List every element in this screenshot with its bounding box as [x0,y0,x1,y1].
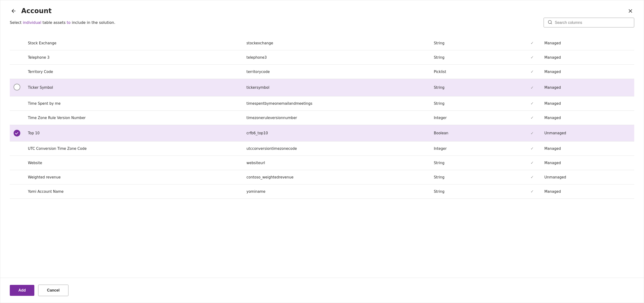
table-row[interactable]: Territory CodeterritorycodePicklist✓Mana… [10,65,634,79]
table-container: Stock ExchangestockexchangeString✓Manage… [0,31,644,278]
column-display-name: Stock Exchange [24,36,242,50]
column-type: Integer [430,111,524,125]
column-type: String [430,96,524,111]
checkbox-cell[interactable] [10,65,24,79]
column-checkmark: ✓ [524,50,540,65]
table-row[interactable]: Ticker SymboltickersymbolString✓Managed [10,79,634,96]
search-box[interactable] [544,18,634,28]
column-checkmark: ✓ [524,96,540,111]
column-type: Boolean [430,125,524,142]
checkbox-cell[interactable] [10,125,24,142]
column-managed: Managed [540,142,634,156]
close-button[interactable] [626,7,634,15]
highlight-to: to [67,20,70,25]
column-checkmark: ✓ [524,170,540,184]
column-display-name: UTC Conversion Time Zone Code [24,142,242,156]
dialog: Account Select individual table assets t… [0,0,644,303]
column-checkmark: ✓ [524,111,540,125]
checkbox-cell[interactable] [10,156,24,170]
column-logical-name: timespentbymeonemailandmeetings [242,96,430,111]
column-managed: Managed [540,96,634,111]
row-checkbox[interactable] [14,130,20,136]
column-checkmark: ✓ [524,142,540,156]
column-logical-name: tickersymbol [242,79,430,96]
column-type: String [430,79,524,96]
column-logical-name: territorycode [242,65,430,79]
search-input[interactable] [555,20,630,25]
column-logical-name: crfb6_top10 [242,125,430,142]
cancel-button[interactable]: Cancel [38,285,68,296]
header-left: Account [10,7,52,15]
back-button[interactable] [10,7,18,15]
checkbox-cell[interactable] [10,50,24,65]
column-display-name: Time Zone Rule Version Number [24,111,242,125]
column-display-name: Top 10 [24,125,242,142]
column-logical-name: utcconversiontimezonecode [242,142,430,156]
table-row[interactable]: UTC Conversion Time Zone Codeutcconversi… [10,142,634,156]
column-display-name: Ticker Symbol [24,79,242,96]
table-row[interactable]: Time Spent by metimespentbymeonemailandm… [10,96,634,111]
column-type: Integer [430,142,524,156]
column-type: Picklist [430,65,524,79]
column-checkmark: ✓ [524,125,540,142]
column-checkmark: ✓ [524,79,540,96]
checkbox-cell[interactable] [10,36,24,50]
subtitle: Select individual table assets to includ… [10,20,116,25]
row-checkbox[interactable] [14,84,20,90]
column-managed: Managed [540,79,634,96]
column-display-name: Weighted revenue [24,170,242,184]
dialog-header: Account [0,0,644,15]
subtitle-row: Select individual table assets to includ… [0,15,644,28]
table-row[interactable]: Time Zone Rule Version Numbertimezonerul… [10,111,634,125]
column-managed: Managed [540,65,634,79]
column-managed: Managed [540,156,634,170]
columns-table: Stock ExchangestockexchangeString✓Manage… [10,36,634,199]
column-checkmark: ✓ [524,184,540,199]
checkbox-cell[interactable] [10,96,24,111]
table-row[interactable]: WebsitewebsiteurlString✓Managed [10,156,634,170]
checkbox-cell[interactable] [10,184,24,199]
column-display-name: Territory Code [24,65,242,79]
column-logical-name: telephone3 [242,50,430,65]
search-icon [548,20,552,25]
column-managed: Managed [540,184,634,199]
checkbox-cell[interactable] [10,170,24,184]
column-display-name: Time Spent by me [24,96,242,111]
column-display-name: Telephone 3 [24,50,242,65]
table-row[interactable]: Top 10crfb6_top10Boolean✓Unmanaged [10,125,634,142]
column-display-name: Yomi Account Name [24,184,242,199]
column-checkmark: ✓ [524,156,540,170]
table-row[interactable]: Stock ExchangestockexchangeString✓Manage… [10,36,634,50]
column-logical-name: contoso_weightedrevenue [242,170,430,184]
checkbox-cell[interactable] [10,79,24,96]
checkbox-cell[interactable] [10,111,24,125]
column-display-name: Website [24,156,242,170]
column-logical-name: stockexchange [242,36,430,50]
column-managed: Managed [540,111,634,125]
column-type: String [430,170,524,184]
dialog-title: Account [21,7,52,15]
column-logical-name: yominame [242,184,430,199]
column-checkmark: ✓ [524,36,540,50]
column-type: String [430,50,524,65]
table-row[interactable]: Weighted revenuecontoso_weightedrevenueS… [10,170,634,184]
table-row[interactable]: Yomi Account NameyominameString✓Managed [10,184,634,199]
column-managed: Managed [540,36,634,50]
add-button[interactable]: Add [10,285,34,296]
column-type: String [430,184,524,199]
column-logical-name: websiteurl [242,156,430,170]
column-type: String [430,156,524,170]
highlight-individual: individual [23,20,41,25]
table-row[interactable]: Telephone 3telephone3String✓Managed [10,50,634,65]
column-managed: Managed [540,50,634,65]
column-managed: Unmanaged [540,170,634,184]
column-checkmark: ✓ [524,65,540,79]
column-logical-name: timezoneruleversionnumber [242,111,430,125]
column-type: String [430,36,524,50]
dialog-footer: Add Cancel [0,278,644,303]
checkbox-cell[interactable] [10,142,24,156]
column-managed: Unmanaged [540,125,634,142]
